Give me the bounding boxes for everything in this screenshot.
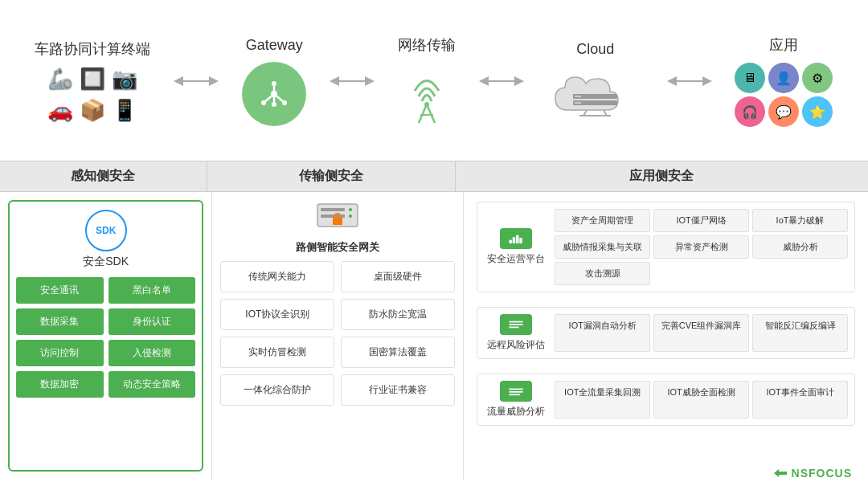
nsfocus-text: NSFOCUS — [792, 467, 852, 480]
col-cloud: Cloud — [547, 41, 644, 122]
svg-line-12 — [419, 104, 427, 123]
car-icon: 🚗 — [47, 98, 73, 123]
svg-rect-33 — [513, 237, 515, 243]
platform-tag-0: 资产全周期管理 — [555, 209, 650, 232]
appliance-icon: 📦 — [80, 98, 105, 123]
section-transmission-header: 传输侧安全 — [207, 161, 456, 191]
svg-rect-19 — [575, 96, 581, 97]
arrow4 — [665, 53, 714, 109]
section-header-row: 感知侧安全 传输侧安全 应用侧安全 — [0, 161, 868, 192]
trans-item-3: 防水防尘宽温 — [341, 299, 455, 330]
risk-tag-2: 智能反汇编反编译 — [752, 314, 848, 352]
traffic-title: 流量威胁分析 — [487, 405, 545, 419]
app-section-traffic: 流量威胁分析 IOT全流量采集回溯 IOT威胁全面检测 IOT事件全面审计 — [477, 374, 855, 426]
top-section: 车路协同计算终端 🦾 🔲 📷 🚗 📦 📱 Gateway — [0, 0, 868, 161]
svg-rect-26 — [321, 208, 345, 211]
app-section-risk: 远程风险评估 IOT漏洞自动分析 完善CVE组件漏洞库 智能反汇编反编译 — [477, 307, 855, 359]
col-app: 应用 🖥 👤 ⚙ 🎧 💬 ⭐ — [735, 35, 833, 127]
svg-point-29 — [349, 214, 352, 218]
platform-tag-6: 攻击溯源 — [555, 262, 650, 285]
platform-tag-1: IOT僵尸网络 — [653, 209, 749, 232]
gateway-device-label: 路侧智能安全网关 — [220, 240, 455, 255]
svg-point-7 — [261, 100, 266, 105]
col1-label: 车路协同计算终端 — [35, 39, 150, 59]
traffic-tag-2: IOT事件全面审计 — [752, 381, 848, 419]
svg-line-22 — [604, 110, 607, 116]
arrow1 — [172, 53, 220, 109]
svg-line-21 — [583, 110, 587, 116]
bottom-content: SDK 安全SDK 安全通讯 黑白名单 数据采集 身份认证 访问控制 入侵检测 … — [0, 192, 868, 480]
platform-tag-5: 威胁分析 — [752, 235, 848, 259]
col5-label: 应用 — [769, 35, 798, 55]
perception-grid: 安全通讯 黑白名单 数据采集 身份认证 访问控制 入侵检测 数据加密 动态安全策… — [16, 277, 195, 398]
svg-rect-34 — [516, 235, 518, 243]
platform-tags: 资产全周期管理 IOT僵尸网络 IoT暴力破解 威胁情报采集与关联 异常资产检测… — [555, 209, 848, 285]
transmission-panel: 路侧智能安全网关 传统网关能力 桌面级硬件 IOT协议全识别 防水防尘宽温 实时… — [212, 192, 464, 480]
chip-icon: 🔲 — [80, 67, 105, 92]
nsfocus-logo: NSFOCUS — [772, 467, 852, 480]
camera-icon: 📷 — [112, 67, 137, 92]
perception-item-5: 入侵检测 — [108, 340, 196, 366]
perception-item-3: 身份认证 — [108, 308, 196, 335]
traffic-tags: IOT全流量采集回溯 IOT威胁全面检测 IOT事件全面审计 — [555, 381, 848, 419]
svg-line-13 — [427, 104, 435, 123]
arrow3 — [477, 53, 526, 109]
risk-tag-0: IOT漏洞自动分析 — [555, 314, 650, 352]
col-gateway: Gateway — [242, 37, 306, 126]
risk-tags: IOT漏洞自动分析 完善CVE组件漏洞库 智能反汇编反编译 — [555, 314, 848, 352]
app-icon-headset: 🎧 — [735, 96, 765, 127]
platform-left: 安全运营平台 — [484, 209, 548, 285]
svg-rect-20 — [575, 102, 581, 104]
col-devices: 车路协同计算终端 🦾 🔲 📷 🚗 📦 📱 — [35, 39, 150, 123]
perception-item-7: 动态安全策略 — [108, 371, 196, 398]
tower-container — [403, 63, 451, 127]
trans-item-0: 传统网关能力 — [220, 261, 334, 292]
traffic-left: 流量威胁分析 — [484, 381, 548, 419]
platform-title: 安全运营平台 — [487, 252, 545, 266]
svg-point-15 — [424, 102, 429, 107]
svg-rect-32 — [510, 240, 512, 243]
svg-rect-30 — [333, 218, 342, 225]
trans-item-7: 行业证书兼容 — [341, 374, 455, 406]
traffic-icon — [500, 381, 532, 402]
sdk-badge: SDK — [85, 210, 127, 251]
cloud-svg — [547, 66, 644, 122]
svg-rect-35 — [520, 238, 522, 243]
trans-item-2: IOT协议全识别 — [220, 299, 334, 330]
perception-item-2: 数据采集 — [16, 308, 104, 335]
col3-label: 网络传输 — [398, 35, 456, 55]
svg-point-6 — [272, 81, 276, 86]
svg-point-28 — [349, 208, 352, 211]
perception-item-6: 数据加密 — [16, 371, 104, 398]
traffic-tag-0: IOT全流量采集回溯 — [555, 381, 650, 419]
trans-item-1: 桌面级硬件 — [341, 261, 455, 292]
col2-label: Gateway — [246, 37, 303, 54]
risk-icon — [500, 314, 532, 335]
platform-icon — [500, 228, 532, 249]
robot-arm-icon: 🦾 — [47, 67, 73, 92]
app-icon-person: 👤 — [768, 63, 799, 93]
app-icon-settings: ⚙ — [802, 63, 833, 93]
perception-item-1: 黑白名单 — [108, 277, 196, 304]
device-icons: 🦾 🔲 📷 🚗 📦 📱 — [36, 67, 149, 123]
perception-panel: SDK 安全SDK 安全通讯 黑白名单 数据采集 身份认证 访问控制 入侵检测 … — [0, 192, 212, 480]
section-perception-header: 感知侧安全 — [0, 161, 207, 191]
risk-tag-1: 完善CVE组件漏洞库 — [653, 314, 749, 352]
trans-item-5: 国密算法覆盖 — [341, 337, 455, 368]
phone-icon: 📱 — [112, 98, 137, 123]
platform-tag-4: 异常资产检测 — [653, 235, 749, 259]
app-section-platform: 安全运营平台 资产全周期管理 IOT僵尸网络 IoT暴力破解 威胁情报采集与关联… — [477, 202, 855, 292]
col-network: 网络传输 — [398, 35, 456, 127]
traffic-tag-1: IOT威胁全面检测 — [653, 381, 749, 419]
sdk-logo: SDK 安全SDK — [16, 210, 195, 269]
risk-left: 远程风险评估 — [484, 314, 548, 352]
svg-point-9 — [272, 102, 276, 107]
gateway-device-icon — [220, 200, 455, 235]
col4-label: Cloud — [576, 41, 614, 58]
perception-inner: SDK 安全SDK 安全通讯 黑白名单 数据采集 身份认证 访问控制 入侵检测 … — [8, 200, 203, 472]
trans-item-4: 实时仿冒检测 — [220, 337, 334, 368]
transmission-grid: 传统网关能力 桌面级硬件 IOT协议全识别 防水防尘宽温 实时仿冒检测 国密算法… — [220, 261, 455, 406]
app-icon-star: ⭐ — [802, 96, 833, 127]
platform-tag-2: IoT暴力破解 — [752, 209, 848, 232]
app-icon-monitor: 🖥 — [735, 63, 765, 93]
